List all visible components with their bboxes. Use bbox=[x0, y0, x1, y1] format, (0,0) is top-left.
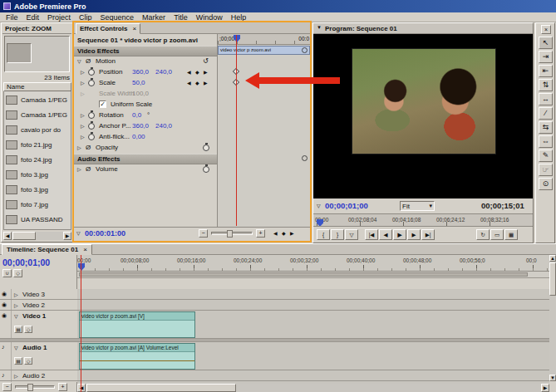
program-header[interactable]: ▼ Program: Sequence 01 bbox=[313, 23, 533, 34]
collapse-icon[interactable]: ▽ bbox=[14, 345, 18, 350]
scroll-right-icon[interactable]: ▶ bbox=[541, 384, 549, 392]
project-item[interactable]: Camada 1/PEG bbox=[4, 108, 71, 123]
zoom-out-icon[interactable]: − bbox=[199, 229, 208, 238]
hand-tool[interactable]: ☞ bbox=[539, 164, 553, 176]
toggle-animation-icon[interactable] bbox=[203, 145, 209, 151]
close-panel-icon[interactable]: × bbox=[541, 25, 551, 34]
effects-clip-bar[interactable]: video victor p zoom.avi bbox=[218, 46, 310, 55]
toggle-effects-icon[interactable] bbox=[302, 155, 308, 161]
collapse-icon[interactable]: ▽ bbox=[76, 230, 81, 236]
expand-icon[interactable]: ▷ bbox=[81, 69, 85, 75]
add-keyframe-icon[interactable]: ◆ bbox=[195, 80, 199, 86]
zoom-out-icon[interactable]: − bbox=[2, 383, 12, 391]
work-area-segment[interactable] bbox=[79, 272, 528, 277]
expand-icon[interactable]: ▷ bbox=[81, 112, 85, 118]
slip-tool[interactable]: ⇆ bbox=[539, 121, 553, 134]
eye-icon[interactable]: ◉ bbox=[2, 312, 7, 319]
eye-icon[interactable]: ◉ bbox=[2, 301, 7, 308]
slide-tool[interactable]: ⇔ bbox=[539, 135, 553, 148]
go-to-previous-edit-button[interactable]: |◀ bbox=[365, 229, 378, 240]
ripple-edit-tool[interactable]: ⇤ bbox=[539, 65, 553, 77]
timeline-zoom-slider[interactable] bbox=[15, 385, 55, 389]
anchor-y-value[interactable]: 240,0 bbox=[155, 122, 172, 130]
set-display-style-button[interactable]: ▤ bbox=[14, 357, 22, 365]
close-tab-icon[interactable]: × bbox=[133, 25, 137, 32]
project-hscrollbar[interactable]: ◀ ▶ bbox=[3, 232, 71, 240]
anchor-x-value[interactable]: 360,0 bbox=[132, 122, 149, 130]
effects-ruler[interactable]: ;00;00 00:0 bbox=[218, 34, 310, 45]
selection-tool[interactable]: ↖ bbox=[539, 37, 553, 49]
collapse-icon[interactable]: ▽ bbox=[14, 313, 18, 319]
checkbox-label[interactable]: Uniform Scale bbox=[111, 100, 152, 108]
set-out-point-button[interactable]: } bbox=[331, 229, 344, 240]
track-select-tool[interactable]: ⇥ bbox=[539, 51, 553, 63]
antiflicker-value[interactable]: 0,00 bbox=[132, 133, 145, 140]
track-header-video-2[interactable]: ◉▷Video 2 bbox=[0, 300, 77, 311]
volume-effect-row[interactable]: ▷ Ø Volume bbox=[74, 164, 217, 175]
razor-tool[interactable]: ∕ bbox=[539, 107, 553, 120]
project-item[interactable]: foto 3.jpg bbox=[4, 168, 71, 183]
next-keyframe-icon[interactable]: ▶ bbox=[204, 80, 208, 86]
scroll-thumb[interactable] bbox=[549, 262, 556, 296]
expand-icon[interactable]: ▽ bbox=[77, 58, 81, 64]
position-x-value[interactable]: 360,0 bbox=[132, 68, 149, 76]
previous-keyframe-icon[interactable]: ◀ bbox=[187, 69, 191, 75]
effect-name[interactable]: Opacity bbox=[96, 144, 118, 151]
set-marker-button[interactable]: ▽ bbox=[345, 229, 358, 240]
scroll-left-icon[interactable]: ◀ bbox=[3, 232, 12, 240]
scroll-left-icon[interactable]: ◀ bbox=[77, 384, 86, 392]
track-header-video-3[interactable]: ◉▷Video 3 bbox=[0, 289, 77, 300]
project-item[interactable]: Camada 1/PEG bbox=[4, 93, 71, 108]
collapse-icon[interactable]: ▷ bbox=[14, 373, 18, 379]
title-bar[interactable]: Adobe Premiere Pro bbox=[0, 0, 556, 12]
effects-current-timecode[interactable]: 00:00:01:00 bbox=[85, 229, 125, 238]
toggle-effects-icon[interactable] bbox=[302, 47, 308, 53]
volume-rubber-band[interactable] bbox=[80, 360, 194, 361]
expand-icon[interactable]: ▷ bbox=[81, 80, 85, 86]
work-area-bar[interactable] bbox=[77, 272, 549, 278]
go-to-next-edit-button[interactable]: ▶| bbox=[421, 229, 435, 240]
menu-file[interactable]: File bbox=[2, 12, 22, 22]
collapse-icon[interactable]: ▷ bbox=[14, 302, 18, 308]
track-header-audio-2[interactable]: ♪▷Audio 2 bbox=[0, 370, 77, 381]
timeline-video-clip[interactable]: video victor p zoom.avi [V] bbox=[79, 311, 195, 338]
toggle-animation-icon[interactable] bbox=[88, 80, 95, 86]
program-ruler[interactable]: 00;00 00;02;08;04 00;04;16;08 00;06;24;1… bbox=[313, 213, 533, 227]
menu-project[interactable]: Project bbox=[43, 12, 75, 22]
collapse-icon[interactable]: ▽ bbox=[317, 203, 321, 208]
program-current-timecode[interactable]: 00;00;01;00 bbox=[325, 201, 368, 210]
set-display-style-button[interactable]: ▤ bbox=[14, 326, 22, 333]
zoom-slider-thumb[interactable] bbox=[27, 384, 33, 391]
project-item[interactable]: UA PASSAND bbox=[4, 213, 71, 228]
close-tab-icon[interactable]: × bbox=[83, 246, 87, 253]
expand-icon[interactable]: ▷ bbox=[77, 166, 81, 172]
safe-margins-button[interactable]: ▭ bbox=[490, 229, 504, 240]
project-item[interactable]: foto 7.jpg bbox=[4, 198, 71, 213]
motion-effect-row[interactable]: ▽ Ø Motion ↺ bbox=[74, 56, 217, 67]
panel-menu-icon[interactable]: ▼ bbox=[317, 25, 322, 30]
menu-edit[interactable]: Edit bbox=[22, 12, 44, 22]
effect-enable-icon[interactable]: Ø bbox=[86, 57, 91, 65]
toggle-animation-icon[interactable] bbox=[203, 166, 209, 173]
zoom-tool[interactable]: ⊙ bbox=[539, 178, 553, 190]
step-back-button[interactable]: ◀ bbox=[379, 229, 392, 240]
rolling-edit-tool[interactable]: ⇅ bbox=[539, 79, 553, 91]
zoom-slider-thumb[interactable] bbox=[227, 230, 233, 238]
speaker-icon[interactable]: ♪ bbox=[2, 372, 5, 378]
timeline-playhead-line[interactable] bbox=[81, 255, 81, 392]
next-keyframe-icon[interactable]: ▶ bbox=[290, 230, 294, 236]
rotation-value[interactable]: 0,0 bbox=[132, 111, 141, 119]
scroll-thumb[interactable] bbox=[12, 232, 36, 240]
toggle-animation-icon[interactable] bbox=[88, 123, 95, 130]
track-header-video-1[interactable]: ◉▽Video 1 ▤ ◇ bbox=[0, 311, 77, 339]
zoom-in-icon[interactable]: + bbox=[58, 383, 67, 391]
effect-enable-icon[interactable]: Ø bbox=[86, 165, 91, 173]
show-keyframes-button[interactable]: ◇ bbox=[24, 357, 32, 365]
tab-timeline[interactable]: Timeline: Sequence 01 × bbox=[2, 244, 92, 255]
play-button[interactable]: ▶ bbox=[393, 229, 406, 240]
audio-effects-header[interactable]: Audio Effects bbox=[74, 154, 217, 164]
add-marker-button[interactable]: ◇ bbox=[13, 269, 22, 277]
zoom-in-icon[interactable]: + bbox=[256, 229, 265, 238]
expand-icon[interactable]: ▷ bbox=[81, 134, 85, 140]
eye-icon[interactable]: ◉ bbox=[2, 291, 7, 297]
